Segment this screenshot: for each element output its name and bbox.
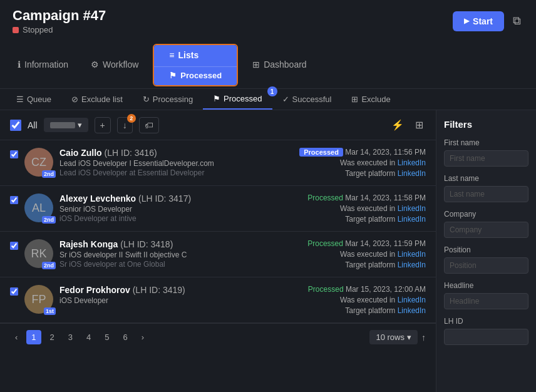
row-checkbox-caio[interactable] (10, 150, 18, 158)
contact-title-fedor: iOS Developer (59, 296, 294, 305)
processed-badge-count: 1 (267, 86, 277, 96)
row-checkbox-fedor[interactable] (10, 287, 18, 296)
date-alexey: Mar 14, 2023, 11:58 PM (345, 193, 426, 202)
excluded-icon: ⊞ (351, 95, 358, 104)
subtab-processed[interactable]: ⚑ Processed 1 (203, 89, 272, 110)
dashboard-icon: ⊞ (252, 59, 260, 70)
start-button[interactable]: Start (453, 11, 504, 31)
filter-group-lastname: Last name (444, 174, 528, 202)
date-fedor: Mar 15, 2023, 12:00 AM (346, 285, 426, 294)
rows-dropdown[interactable]: 10 rows ▾ (369, 330, 418, 344)
contact-title-caio: Lead iOS Developer I EssentialDeveloper.… (59, 159, 293, 168)
toolbar: All ▾ + ↓ 2 🏷 ⚡ ⊞ (0, 110, 436, 140)
tab-lists[interactable]: ≡ Lists (154, 45, 214, 66)
contact-name-alexey: Alexey Levchenko (LH ID: 3417) (59, 193, 294, 204)
filter-group-lhid: LH ID (444, 317, 528, 345)
tag-button[interactable]: 🏷 (139, 117, 159, 133)
target-rajesh: Target platform LinkedIn (301, 260, 426, 269)
avatar-caio: CZ 2nd (24, 148, 53, 177)
contact-meta-caio: Processed Mar 14, 2023, 11:56 PM Was exe… (299, 148, 426, 178)
contact-info-rajesh: Rajesh Konga (LH ID: 3418) Sr iOS develo… (59, 239, 294, 269)
all-label: All (28, 120, 38, 130)
select-all-checkbox[interactable] (10, 120, 21, 131)
date-caio: Mar 14, 2023, 11:56 PM (345, 148, 426, 157)
filter-label-company: Company (444, 210, 528, 219)
copy-icon-button[interactable]: ⧉ (510, 12, 523, 30)
tab-workflow[interactable]: ⚙ Workflow (80, 42, 150, 88)
contact-list: CZ 2nd Caio Zullo (LH ID: 3416) Lead iOS… (0, 140, 436, 323)
content-area: All ▾ + ↓ 2 🏷 ⚡ ⊞ CZ 2 (0, 110, 536, 392)
target-fedor: Target platform LinkedIn (301, 306, 426, 315)
add-button[interactable]: + (95, 117, 111, 133)
grid-view-icon[interactable]: ⊞ (413, 116, 426, 133)
processed-icon: ⚑ (213, 94, 220, 103)
table-row: FP 1st Fedor Prokhorov (LH ID: 3419) iOS… (0, 277, 436, 323)
subtab-queue[interactable]: ☰ Queue (6, 89, 61, 110)
status-label: Stopped (23, 25, 53, 34)
page-5-button[interactable]: 5 (100, 330, 114, 344)
campaign-info: Campaign #47 Stopped (13, 8, 453, 34)
download-badge: 2 (127, 114, 136, 123)
page-6-button[interactable]: 6 (118, 330, 133, 344)
filter-input-firstname[interactable] (444, 150, 528, 167)
contact-title-rajesh: Sr iOS developer II Swift II objective C (59, 250, 294, 259)
avatar-alexey: AL 2nd (24, 193, 53, 222)
filter-label-position: Position (444, 245, 528, 254)
avatar-fedor: FP 1st (24, 285, 53, 314)
campaign-status: Stopped (13, 25, 453, 34)
download-button[interactable]: ↓ 2 (117, 117, 133, 133)
filters-sidebar: Filters First name Last name Company Pos… (436, 110, 536, 392)
lists-highlight-box: ≡ Lists ⚑ Processed (153, 44, 238, 86)
date-rajesh: Mar 14, 2023, 11:59 PM (345, 239, 426, 248)
subtab-excluded[interactable]: ⊞ Exclude (341, 89, 400, 110)
table-row: AL 2nd Alexey Levchenko (LH ID: 3417) Se… (0, 186, 436, 232)
contact-name-caio: Caio Zullo (LH ID: 3416) (59, 148, 293, 158)
filter-group-firstname: First name (444, 138, 528, 167)
next-page-button[interactable]: › (137, 330, 149, 344)
contact-info-caio: Caio Zullo (LH ID: 3416) Lead iOS Develo… (59, 148, 293, 177)
filter-input-lhid[interactable] (444, 329, 528, 345)
connection-badge-alexey: 2nd (42, 216, 56, 224)
filter-dropdown[interactable]: ▾ (44, 118, 88, 132)
tag-icon: 🏷 (145, 120, 153, 130)
filter-group-position: Position (444, 245, 528, 274)
contact-meta-alexey: Processed Mar 14, 2023, 11:58 PM Was exe… (301, 193, 426, 224)
filter-input-lastname[interactable] (444, 186, 528, 202)
avatar-rajesh: RK 2nd (24, 239, 53, 268)
rows-chevron-icon: ▾ (407, 333, 411, 342)
table-row: CZ 2nd Caio Zullo (LH ID: 3416) Lead iOS… (0, 140, 436, 186)
subtab-successful[interactable]: ✓ Successful (272, 89, 342, 110)
header-actions: Start ⧉ (453, 11, 523, 31)
queue-icon: ☰ (16, 95, 24, 104)
sort-ascending-button[interactable]: ↑ (421, 333, 426, 343)
connection-badge-fedor: 1st (44, 307, 56, 315)
filter-input-position[interactable] (444, 257, 528, 274)
filter-input-headline[interactable] (444, 293, 528, 309)
tab-dashboard[interactable]: ⊞ Dashboard (241, 42, 318, 88)
page-2-button[interactable]: 2 (45, 330, 59, 344)
executed-fedor: Was executed in LinkedIn (301, 296, 426, 304)
target-caio: Target platform LinkedIn (299, 169, 426, 178)
filter-input-company[interactable] (444, 222, 528, 238)
row-checkbox-alexey[interactable] (10, 196, 18, 204)
tab-processed-highlight[interactable]: ⚑ Processed (154, 67, 237, 85)
page-1-button[interactable]: 1 (26, 330, 41, 344)
executed-caio: Was executed in LinkedIn (299, 158, 426, 167)
filter-view-icon[interactable]: ⚡ (389, 116, 406, 133)
contact-sub-rajesh: Sr iOS developer at One Global (59, 260, 294, 269)
page-4-button[interactable]: 4 (81, 330, 96, 344)
processed-tab-row: ⚑ Processed (154, 66, 237, 85)
status-rajesh: Processed (307, 239, 343, 248)
tab-information[interactable]: ℹ Information (6, 42, 80, 88)
pagination: ‹ 1 2 3 4 5 6 › 10 rows ▾ ↑ (0, 323, 436, 351)
prev-page-button[interactable]: ‹ (10, 330, 23, 344)
filter-group-company: Company (444, 210, 528, 238)
filter-label-firstname: First name (444, 138, 528, 147)
filter-label-lastname: Last name (444, 174, 528, 183)
page-3-button[interactable]: 3 (63, 330, 78, 344)
lh-id-alexey: (LH ID: 3417) (138, 193, 191, 204)
subtab-exclude-list[interactable]: ⊘ Exclude list (61, 89, 133, 110)
row-checkbox-rajesh[interactable] (10, 242, 18, 250)
lists-tab-row: ≡ Lists (154, 45, 237, 66)
subtab-processing[interactable]: ↻ Processing (133, 89, 203, 110)
